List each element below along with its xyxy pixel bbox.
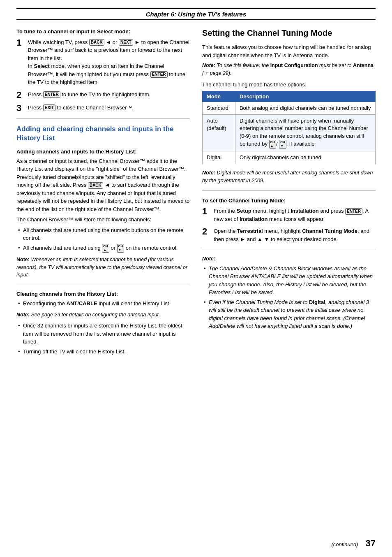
back-btn: BACK bbox=[89, 39, 104, 46]
set-step-2-num: 2 bbox=[202, 227, 211, 236]
left-column: To tune to a channel or input in Select … bbox=[16, 28, 190, 359]
chapter-title: Chapter 6: Using the TV's features bbox=[146, 11, 246, 18]
set-step-2: 2 Open the Terrestrial menu, highlight C… bbox=[202, 227, 376, 243]
note-bullet-1: The Channel Add/Delete & Channels Block … bbox=[202, 265, 376, 297]
page-number: 37 bbox=[366, 538, 376, 548]
adding-bullets: All channels that are tuned using the nu… bbox=[16, 226, 190, 253]
select-mode-title: To tune to a channel or input in Select … bbox=[16, 28, 190, 36]
table-intro: The channel tuning mode has three option… bbox=[202, 81, 376, 89]
divider-right-1 bbox=[202, 190, 376, 191]
back-btn-2: BACK bbox=[88, 182, 103, 189]
mode-standard: Standard bbox=[203, 102, 235, 115]
step-2: 2 Press ENTER to tune the TV to the high… bbox=[16, 91, 190, 100]
right-intro: This feature allows you to choose how tu… bbox=[202, 43, 376, 59]
step-3-content: Press EXIT to close the Channel Browser™… bbox=[28, 104, 190, 112]
clearing-title: Clearing channels from the History List: bbox=[16, 291, 190, 297]
clearing-bullet-3: Turning off the TV will clear the Histor… bbox=[16, 348, 190, 356]
set-step-1: 1 From the Setup menu, highlight Install… bbox=[202, 207, 376, 223]
footer: (continued) 37 bbox=[16, 538, 376, 549]
note-bottom-title: Note: bbox=[202, 255, 376, 263]
ch-up-icon-2: CH▲ bbox=[269, 140, 277, 149]
step-2-num: 2 bbox=[16, 91, 25, 100]
page: Chapter 6: Using the TV's features To tu… bbox=[0, 0, 392, 557]
step-1-content: While watching TV, press BACK ◄ or NEXT … bbox=[28, 38, 190, 86]
table-header-mode: Mode bbox=[203, 91, 235, 102]
ch-up-icon: CH▲ bbox=[102, 244, 109, 253]
clearing-bullets-2: Once 32 channels or inputs are stored in… bbox=[16, 322, 190, 355]
continued-label: (continued) bbox=[331, 541, 358, 548]
divider-1 bbox=[16, 118, 190, 119]
adding-bullet-1: All channels that are tuned using the nu… bbox=[16, 226, 190, 242]
adding-title: Adding channels and inputs to the Histor… bbox=[16, 149, 190, 155]
two-column-layout: To tune to a channel or input in Select … bbox=[16, 28, 376, 359]
exit-btn: EXIT bbox=[43, 104, 55, 111]
ch-down-icon: CH▼ bbox=[117, 244, 125, 253]
note-digital: Note: Digital mode will be most useful a… bbox=[202, 169, 376, 185]
step-1-num: 1 bbox=[16, 38, 25, 47]
right-main-title: Setting the Channel Tuning Mode bbox=[202, 28, 376, 38]
mode-auto: Auto (default) bbox=[203, 115, 235, 151]
enter-btn-1: ENTER bbox=[150, 71, 168, 78]
note2: Note: See page 29 for details on configu… bbox=[16, 311, 190, 319]
enter-btn-2: ENTER bbox=[43, 91, 60, 98]
note-bottom-bullets: The Channel Add/Delete & Channels Block … bbox=[202, 265, 376, 330]
continued-text: (continued) 37 bbox=[331, 538, 376, 549]
divider-2 bbox=[16, 285, 190, 285]
note-bullet-2: Even if the Channel Tuning Mode is set t… bbox=[202, 298, 376, 330]
table-row-auto: Auto (default) Digital channels will hav… bbox=[203, 115, 376, 151]
adding-body2: The Channel Browser™ will store the foll… bbox=[16, 216, 190, 224]
desc-standard: Both analog and digital channels can be … bbox=[235, 102, 375, 115]
chapter-header: Chapter 6: Using the TV's features bbox=[16, 8, 376, 20]
step-1: 1 While watching TV, press BACK ◄ or NEX… bbox=[16, 38, 190, 86]
history-section-title: Adding and clearing channels and inputs … bbox=[16, 125, 190, 143]
note1: Note: Whenever an item is selected that … bbox=[16, 256, 190, 279]
set-mode-title: To set the Channel Tuning Mode: bbox=[202, 197, 376, 205]
desc-auto: Digital channels will have priority when… bbox=[235, 115, 375, 151]
step-2-content: Press ENTER to tune the TV to the highli… bbox=[28, 91, 190, 99]
ch-down-icon-2: CH▼ bbox=[279, 140, 286, 149]
table-row-digital: Digital Only digital channels can be tun… bbox=[203, 151, 376, 164]
next-btn: NEXT bbox=[119, 39, 133, 46]
right-column: Setting the Channel Tuning Mode This fea… bbox=[202, 28, 376, 359]
enter-btn-3: ENTER bbox=[345, 208, 362, 215]
adding-body: As a channel or input is tuned, the Chan… bbox=[16, 157, 190, 214]
set-steps: 1 From the Setup menu, highlight Install… bbox=[202, 207, 376, 243]
clearing-bullet-2: Once 32 channels or inputs are stored in… bbox=[16, 322, 190, 346]
tuning-mode-table: Mode Description Standard Both analog an… bbox=[202, 91, 376, 164]
table-row-standard: Standard Both analog and digital channel… bbox=[203, 102, 376, 115]
set-step-1-content: From the Setup menu, highlight Installat… bbox=[214, 207, 376, 223]
set-step-1-num: 1 bbox=[202, 207, 211, 216]
clearing-bullet-1: Reconfiguring the ANT/CABLE input will c… bbox=[16, 299, 190, 308]
clearing-bullets-1: Reconfiguring the ANT/CABLE input will c… bbox=[16, 299, 190, 308]
set-step-2-content: Open the Terrestrial menu, highlight Cha… bbox=[214, 227, 376, 243]
adding-bullet-2: All channels that are tuned using CH▲ or… bbox=[16, 244, 190, 253]
divider-right-2 bbox=[202, 249, 376, 249]
step-3-num: 3 bbox=[16, 104, 25, 113]
select-steps: 1 While watching TV, press BACK ◄ or NEX… bbox=[16, 38, 190, 113]
mode-digital: Digital bbox=[203, 151, 235, 164]
desc-digital: Only digital channels can be tuned bbox=[235, 151, 375, 164]
right-note-top: Note: To use this feature, the Input Con… bbox=[202, 62, 376, 77]
step-3: 3 Press EXIT to close the Channel Browse… bbox=[16, 104, 190, 113]
table-header-description: Description bbox=[235, 91, 375, 102]
